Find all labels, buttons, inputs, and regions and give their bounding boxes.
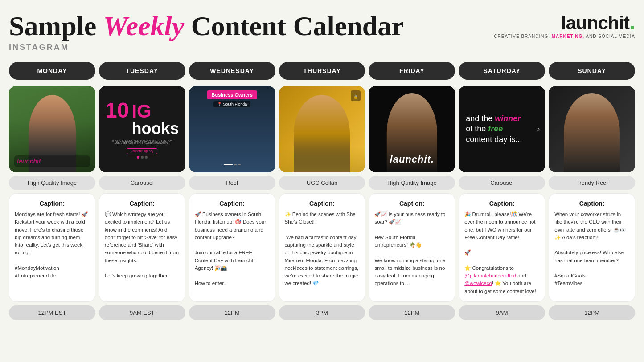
caption-card-monday: Caption:Mondays are for fresh starts! 🚀 … [9, 193, 95, 302]
caption-card-sunday: Caption:When your coworker struts in lik… [549, 193, 635, 302]
caption-body: 🚀 Business owners in South Florida, list… [195, 211, 270, 288]
caption-title: Caption: [195, 200, 270, 207]
content-type-thursday: UGC Collab [279, 176, 365, 190]
calendar-grid: MONDAY launchit High Quality ImageCaptio… [9, 62, 635, 320]
day-header-tuesday: TUESDAY [99, 62, 185, 80]
day-image-sunday [549, 86, 635, 172]
caption-body: ✨ Behind the scenes with She She's Close… [285, 211, 360, 288]
day-image-wednesday: Business Owners 📍 South Florida [189, 86, 275, 172]
content-type-monday: High Quality Image [9, 176, 95, 190]
caption-card-friday: Caption:🚀📈 Is your business ready to soa… [369, 193, 455, 302]
day-image-saturday: and the winner of the free content day i… [459, 86, 545, 172]
caption-title: Caption: [374, 200, 449, 207]
caption-body: When your coworker struts in like they'r… [554, 211, 629, 288]
day-column-friday: FRIDAY launchit. High Quality ImageCapti… [369, 62, 455, 320]
posting-time-tuesday: 9AM EST [99, 305, 185, 320]
page-title: Sample Weekly Content Calendar [9, 11, 404, 41]
caption-card-wednesday: Caption:🚀 Business owners in South Flori… [189, 193, 275, 302]
day-column-tuesday: TUESDAY 10 IG hooks THAT ARE DESIGNED TO… [99, 62, 185, 320]
posting-time-friday: 12PM [369, 305, 455, 320]
caption-body: 🎉 Drumroll, please!🎊 We're over the moon… [464, 211, 539, 295]
day-header-thursday: THURSDAY [279, 62, 365, 80]
day-column-sunday: SUNDAY Trendy ReelCaption:When your cowo… [549, 62, 635, 320]
day-header-saturday: SATURDAY [459, 62, 545, 80]
day-column-monday: MONDAY launchit High Quality ImageCaptio… [9, 62, 95, 320]
logo-tagline: CREATIVE BRANDING, MARKETING, AND SOCIAL… [494, 34, 635, 39]
caption-title: Caption: [105, 200, 180, 207]
content-type-friday: High Quality Image [369, 176, 455, 190]
day-header-monday: MONDAY [9, 62, 95, 80]
caption-body: 💬 Which strategy are you excited to impl… [105, 211, 180, 280]
caption-title: Caption: [464, 200, 539, 207]
posting-time-monday: 12PM EST [9, 305, 95, 320]
posting-time-sunday: 12PM [549, 305, 635, 320]
posting-time-saturday: 9AM [459, 305, 545, 320]
day-image-tuesday: 10 IG hooks THAT ARE DESIGNED TO CAPTURE… [99, 86, 185, 172]
caption-title: Caption: [285, 200, 360, 207]
day-header-friday: FRIDAY [369, 62, 455, 80]
caption-title: Caption: [15, 200, 90, 207]
posting-time-thursday: 3PM [279, 305, 365, 320]
day-header-sunday: SUNDAY [549, 62, 635, 80]
caption-card-saturday: Caption:🎉 Drumroll, please!🎊 We're over … [459, 193, 545, 302]
caption-card-thursday: Caption:✨ Behind the scenes with She She… [279, 193, 365, 302]
content-type-tuesday: Carousel [99, 176, 185, 190]
logo-text: launchit. [494, 11, 635, 33]
posting-time-wednesday: 12PM [189, 305, 275, 320]
caption-body: Mondays are for fresh starts! 🚀 Kickstar… [15, 211, 90, 280]
caption-body: 🚀📈 Is your business ready to soar? 🚀📈 He… [374, 211, 449, 288]
content-type-saturday: Carousel [459, 176, 545, 190]
day-column-thursday: THURSDAY 🔒 UGC CollabCaption:✨ Behind th… [279, 62, 365, 320]
day-column-wednesday: WEDNESDAY Business Owners 📍 South Florid… [189, 62, 275, 320]
platform-label: INSTAGRAM [9, 43, 404, 52]
day-column-saturday: SATURDAY and the winner of the free cont… [459, 62, 545, 320]
logo: launchit. CREATIVE BRANDING, MARKETING, … [494, 11, 635, 39]
content-type-sunday: Trendy Reel [549, 176, 635, 190]
caption-card-tuesday: Caption:💬 Which strategy are you excited… [99, 193, 185, 302]
day-image-friday: launchit. [369, 86, 455, 172]
day-header-wednesday: WEDNESDAY [189, 62, 275, 80]
day-image-monday: launchit [9, 86, 95, 172]
day-image-thursday: 🔒 [279, 86, 365, 172]
content-type-wednesday: Reel [189, 176, 275, 190]
caption-title: Caption: [554, 200, 629, 207]
